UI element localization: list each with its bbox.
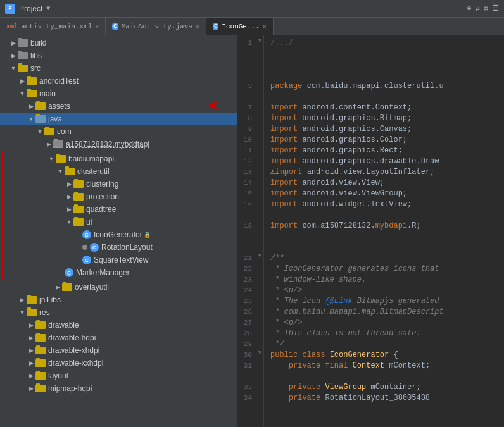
tree-item-ui[interactable]: ui [3, 216, 233, 228]
code-line-23: * window-like shape. [270, 275, 498, 285]
java-tab-icon-gen: C [213, 23, 218, 30]
tree-item-libs[interactable]: libs [0, 49, 237, 62]
menu-action-btn[interactable]: ☰ [492, 4, 499, 13]
tree-item-a1587128132[interactable]: a1587128132.mybddtapi [0, 138, 237, 151]
tree-item-res[interactable]: res [0, 306, 237, 319]
tree-item-java[interactable]: java [0, 113, 237, 125]
folder-icon-clusterutil [65, 168, 75, 175]
label-clusterutil: clusterutil [77, 167, 110, 176]
tree-item-quadtree[interactable]: quadtree [3, 203, 233, 216]
tab-label-xml: activity_main.xml [21, 23, 92, 30]
code-line-31: private final Context mContext; [270, 361, 498, 371]
tree-item-markermanager[interactable]: C MarkerManager [3, 266, 233, 279]
xml-tab-icon: xml [6, 23, 18, 30]
folder-icon-ui [73, 218, 84, 226]
code-line-20 [270, 242, 498, 253]
tree-item-rotationlayout[interactable]: C RotationLayout [3, 241, 233, 254]
folder-icon-jnilibs [27, 296, 37, 304]
code-line-9: import android.graphics.Canvas; [270, 124, 498, 135]
arrow-com [35, 128, 44, 135]
label-ui: ui [86, 218, 92, 226]
label-baidu: baidu.mapapi [68, 154, 114, 163]
project-dropdown-arrow[interactable]: ▼ [46, 5, 50, 12]
folder-icon-main [27, 90, 37, 97]
fold-btn-1[interactable]: ▼ [258, 38, 261, 44]
label-drawable-hdpi: drawable-hdpi [48, 333, 96, 342]
arrow-main [18, 90, 27, 97]
tab-bar: xml activity_main.xml ✕ C MainActivity.j… [0, 18, 504, 35]
tree-item-squaretextview[interactable]: C SquareTextView [3, 254, 233, 266]
code-line-12: import android.graphics.drawable.Draw [270, 156, 498, 167]
code-line-6 [270, 92, 498, 102]
tree-item-mipmap-hdpi[interactable]: mipmap-hdpi [0, 382, 237, 395]
tree-item-jnilibs[interactable]: jniLibs [0, 294, 237, 306]
label-drawable: drawable [48, 321, 79, 330]
arrow-build [9, 40, 18, 46]
code-line-14: import android.view.View; [270, 178, 498, 189]
tree-item-drawable-xhdpi[interactable]: drawable-xhdpi [0, 344, 237, 357]
folder-icon-baidu [56, 155, 66, 163]
code-content[interactable]: /.../ package com.baidu.mapapi.clusterut… [264, 35, 504, 427]
settings-action-btn[interactable]: ⚙ [484, 4, 488, 13]
tree-item-icongenerator[interactable]: C IconGenerator 🔒 [3, 228, 233, 241]
code-line-4 [270, 70, 498, 81]
java-icon-rotationlayout: C [90, 243, 99, 252]
folder-icon-drawable [35, 321, 46, 329]
folder-icon-drawable-xhdpi [35, 347, 46, 354]
fold-btn-21[interactable]: ▼ [258, 253, 261, 259]
tree-item-drawable[interactable]: drawable [0, 319, 237, 331]
folder-icon-layout [35, 372, 46, 380]
tab-close-gen[interactable]: ✕ [263, 23, 267, 30]
code-line-29: */ [270, 339, 498, 350]
folder-icon-projection [73, 193, 84, 201]
tree-item-main[interactable]: main [0, 87, 237, 100]
tree-item-overlayutil[interactable]: overlayutil [0, 281, 237, 294]
tab-icon-gen[interactable]: C IconGe... ✕ [206, 18, 274, 35]
tab-close-main[interactable]: ✕ [196, 23, 199, 30]
label-libs: libs [30, 51, 42, 60]
file-tree: build libs src [0, 35, 237, 427]
sync-action-btn[interactable]: ⇄ [476, 4, 480, 13]
tab-main-activity-java[interactable]: C MainActivity.java ✕ [106, 18, 206, 35]
code-line-30: public class IconGenerator { [270, 350, 498, 361]
folder-icon-drawable-hdpi [35, 334, 46, 342]
tree-item-assets[interactable]: assets ➤ [0, 100, 237, 113]
tab-activity-main-xml[interactable]: xml activity_main.xml ✕ [0, 18, 106, 35]
tree-item-com[interactable]: com [0, 125, 237, 138]
label-src: src [30, 64, 41, 73]
arrow-java [27, 116, 35, 122]
lock-icon-icongenerator: 🔒 [144, 232, 151, 238]
tab-close-xml[interactable]: ✕ [95, 23, 99, 30]
tree-item-drawable-hdpi[interactable]: drawable-hdpi [0, 331, 237, 344]
tree-item-clustering[interactable]: clustering [3, 178, 233, 190]
label-markermanager: MarkerManager [76, 268, 130, 277]
code-line-19 [270, 232, 498, 242]
arrow-drawable [27, 322, 35, 328]
fold-btn-30[interactable]: ▼ [258, 350, 261, 356]
arrow-drawable-xhdpi [27, 347, 35, 354]
code-line-22: * IconGenerator generates icons that [270, 264, 498, 275]
folder-icon-com [44, 128, 54, 135]
line-numbers: 1 5 7 8 9 10 11 12 13 14 15 16 18 [237, 35, 256, 427]
arrow-a1587 [44, 141, 53, 147]
code-line-11: import android.graphics.Rect; [270, 145, 498, 156]
label-squaretextview: SquareTextView [94, 256, 149, 264]
code-line-18: import com.a1587128132.mybdapi.R; [270, 221, 498, 232]
tree-item-projection[interactable]: projection [3, 190, 233, 203]
label-a1587: a1587128132.mybddtapi [66, 140, 149, 149]
code-line-15: import android.view.ViewGroup; [270, 189, 498, 199]
tree-item-layout[interactable]: layout [0, 369, 237, 382]
tree-item-build[interactable]: build [0, 37, 237, 49]
arrow-layout [27, 373, 35, 379]
tree-item-drawable-xxhdpi[interactable]: drawable-xxhdpi [0, 357, 237, 369]
arrow-quadtree [65, 206, 73, 213]
tree-item-src[interactable]: src [0, 62, 237, 75]
project-icon: P [5, 4, 15, 14]
arrow-libs [9, 53, 18, 59]
tree-item-clusterutil[interactable]: clusterutil [3, 165, 233, 178]
tree-item-androidtest[interactable]: androidTest [0, 75, 237, 87]
arrow-assets [27, 103, 35, 109]
arrow-androidtest [18, 78, 27, 84]
tree-item-baidu-mapapi[interactable]: baidu.mapapi [3, 152, 233, 165]
add-action-btn[interactable]: ⊕ [467, 4, 471, 13]
